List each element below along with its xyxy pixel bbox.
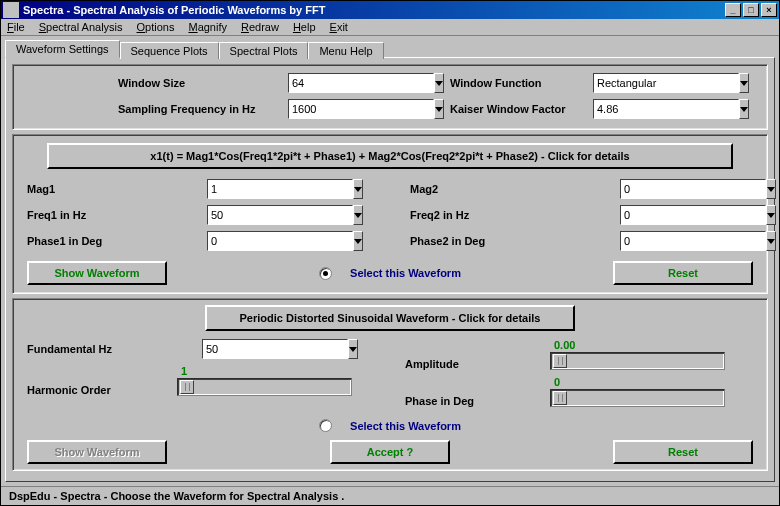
- phase1-label: Phase1 in Deg: [27, 235, 207, 247]
- select-waveform2-label: Select this Waveform: [350, 420, 461, 432]
- menu-options[interactable]: Options: [137, 21, 175, 33]
- freq1-label: Freq1 in Hz: [27, 209, 207, 221]
- reset2-button[interactable]: Reset: [613, 440, 753, 464]
- phase-value: 0: [550, 376, 725, 388]
- dropdown-icon[interactable]: [739, 99, 749, 119]
- show-waveform2-button[interactable]: Show Waveform: [27, 440, 167, 464]
- freq2-input[interactable]: [620, 205, 766, 225]
- harmonic-slider[interactable]: 1: [177, 365, 352, 396]
- menu-magnify[interactable]: Magnify: [188, 21, 227, 33]
- waveform2-panel: Periodic Distorted Sinusoidal Waveform -…: [12, 298, 768, 471]
- app-icon: [3, 2, 19, 18]
- menu-exit[interactable]: Exit: [330, 21, 348, 33]
- window-title: Spectra - Spectral Analysis of Periodic …: [23, 4, 725, 16]
- reset1-button[interactable]: Reset: [613, 261, 753, 285]
- phase-slider[interactable]: 0: [550, 376, 725, 407]
- menubar: File Spectral Analysis Options Magnify R…: [1, 19, 779, 36]
- params-panel: Window Size Window Function Sampling Fre…: [12, 64, 768, 130]
- harmonic-value: 1: [177, 365, 352, 377]
- window-function-input[interactable]: [593, 73, 739, 93]
- freq2-label: Freq2 in Hz: [410, 209, 620, 221]
- amplitude-slider[interactable]: 0.00: [550, 339, 725, 370]
- mag1-label: Mag1: [27, 183, 207, 195]
- mag1-input[interactable]: [207, 179, 353, 199]
- minimize-button[interactable]: _: [725, 3, 741, 17]
- dropdown-icon[interactable]: [353, 205, 363, 225]
- distorted-header-button[interactable]: Periodic Distorted Sinusoidal Waveform -…: [205, 305, 575, 331]
- select-waveform2-radio[interactable]: [319, 419, 332, 432]
- dropdown-icon[interactable]: [766, 205, 776, 225]
- mag2-combo[interactable]: [620, 179, 725, 199]
- select-waveform1-label: Select this Waveform: [350, 267, 461, 279]
- select-waveform1-radio[interactable]: [319, 267, 332, 280]
- window-size-label: Window Size: [23, 77, 288, 89]
- window-function-combo[interactable]: [593, 73, 743, 93]
- slider-thumb[interactable]: [553, 391, 567, 405]
- titlebar: Spectra - Spectral Analysis of Periodic …: [1, 1, 779, 19]
- kaiser-combo[interactable]: [593, 99, 743, 119]
- freq1-combo[interactable]: [207, 205, 312, 225]
- tabbar: Waveform Settings Sequence Plots Spectra…: [5, 40, 775, 57]
- window-size-input[interactable]: [288, 73, 434, 93]
- mag2-label: Mag2: [410, 183, 620, 195]
- slider-thumb[interactable]: [180, 380, 194, 394]
- harmonic-label: Harmonic Order: [27, 384, 177, 396]
- phase2-combo[interactable]: [620, 231, 725, 251]
- fundamental-combo[interactable]: [202, 339, 322, 359]
- dropdown-icon[interactable]: [353, 179, 363, 199]
- statusbar: DspEdu - Spectra - Choose the Waveform f…: [1, 486, 779, 505]
- menu-file[interactable]: File: [7, 21, 25, 33]
- window-function-label: Window Function: [438, 77, 593, 89]
- sampling-freq-input[interactable]: [288, 99, 434, 119]
- menu-help[interactable]: Help: [293, 21, 316, 33]
- tab-menu-help[interactable]: Menu Help: [308, 42, 383, 59]
- phase1-input[interactable]: [207, 231, 353, 251]
- dropdown-icon[interactable]: [766, 231, 776, 251]
- app-window: Spectra - Spectral Analysis of Periodic …: [0, 0, 780, 506]
- close-button[interactable]: ×: [761, 3, 777, 17]
- mag1-combo[interactable]: [207, 179, 312, 199]
- maximize-button[interactable]: □: [743, 3, 759, 17]
- phase2-input[interactable]: [620, 231, 766, 251]
- accept-button[interactable]: Accept ?: [330, 440, 450, 464]
- slider-thumb[interactable]: [553, 354, 567, 368]
- tab-sequence-plots[interactable]: Sequence Plots: [120, 42, 219, 59]
- phase2-label: Phase2 in Deg: [410, 235, 620, 247]
- freq1-input[interactable]: [207, 205, 353, 225]
- menu-redraw[interactable]: Redraw: [241, 21, 279, 33]
- sampling-freq-combo[interactable]: [288, 99, 438, 119]
- window-size-combo[interactable]: [288, 73, 438, 93]
- phasedeg-label: Phase in Deg: [405, 395, 550, 407]
- dropdown-icon[interactable]: [348, 339, 358, 359]
- dropdown-icon[interactable]: [766, 179, 776, 199]
- dropdown-icon[interactable]: [353, 231, 363, 251]
- tab-content: Window Size Window Function Sampling Fre…: [5, 57, 775, 482]
- fundamental-label: Fundamental Hz: [27, 343, 202, 355]
- kaiser-label: Kaiser Window Factor: [438, 103, 593, 115]
- dropdown-icon[interactable]: [739, 73, 749, 93]
- freq2-combo[interactable]: [620, 205, 725, 225]
- phase1-combo[interactable]: [207, 231, 312, 251]
- amplitude-value: 0.00: [550, 339, 725, 351]
- formula-button[interactable]: x1(t) = Mag1*Cos(Freq1*2pi*t + Phase1) +…: [47, 143, 733, 169]
- tab-waveform-settings[interactable]: Waveform Settings: [5, 40, 120, 58]
- tab-spectral-plots[interactable]: Spectral Plots: [219, 42, 309, 59]
- amplitude-label: Amplitude: [405, 358, 550, 370]
- mag2-input[interactable]: [620, 179, 766, 199]
- fundamental-input[interactable]: [202, 339, 348, 359]
- kaiser-input[interactable]: [593, 99, 739, 119]
- show-waveform1-button[interactable]: Show Waveform: [27, 261, 167, 285]
- menu-spectral-analysis[interactable]: Spectral Analysis: [39, 21, 123, 33]
- waveform1-panel: x1(t) = Mag1*Cos(Freq1*2pi*t + Phase1) +…: [12, 134, 768, 294]
- sampling-freq-label: Sampling Frequency in Hz: [23, 103, 288, 115]
